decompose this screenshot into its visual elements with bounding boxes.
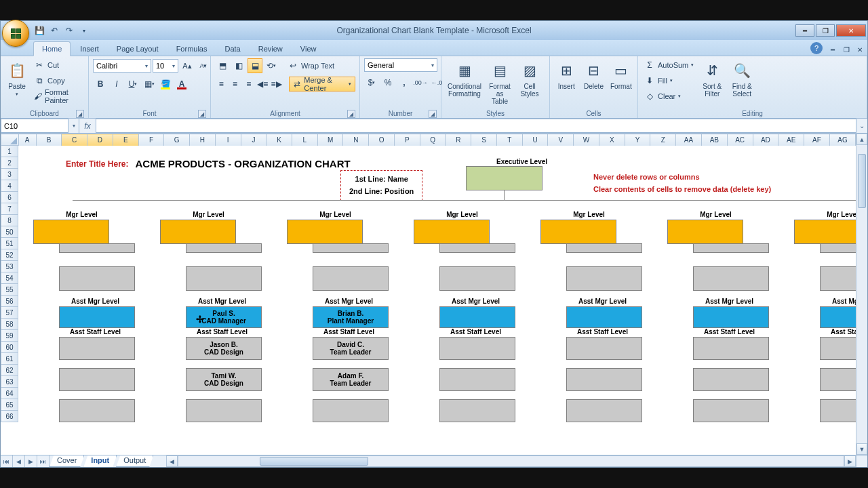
staff-box[interactable]: [693, 368, 769, 391]
column-header[interactable]: F: [138, 134, 164, 146]
column-header[interactable]: E: [113, 134, 138, 146]
last-sheet-icon[interactable]: ⏭: [37, 455, 50, 467]
font-color-button[interactable]: A: [174, 77, 189, 92]
name-box[interactable]: C10: [1, 119, 68, 133]
staff-box[interactable]: [59, 337, 135, 360]
minimize-ribbon-icon[interactable]: ━: [828, 45, 837, 54]
staff-box[interactable]: [566, 337, 642, 360]
minimize-button[interactable]: ━: [795, 24, 814, 37]
column-header[interactable]: AB: [701, 134, 727, 146]
autosum-button[interactable]: ΣAutoSum▾: [642, 58, 696, 72]
comma-format-icon[interactable]: ,: [397, 75, 412, 90]
qat-save-icon[interactable]: 💾: [33, 24, 45, 37]
staff-box[interactable]: [439, 399, 515, 422]
staff-box[interactable]: [59, 368, 135, 391]
fill-button[interactable]: ⬇Fill▾: [642, 74, 696, 87]
bold-button[interactable]: B: [93, 77, 108, 92]
staff-box[interactable]: [439, 368, 515, 391]
column-header[interactable]: Z: [650, 134, 676, 146]
staff-box[interactable]: [186, 266, 262, 291]
column-header[interactable]: AC: [727, 134, 753, 146]
decrease-font-icon[interactable]: A▾: [196, 58, 211, 73]
column-header[interactable]: D: [87, 134, 113, 146]
name-box-dropdown-icon[interactable]: ▾: [68, 119, 79, 133]
column-header[interactable]: O: [369, 134, 395, 146]
staff-box[interactable]: [566, 368, 642, 391]
row-header[interactable]: 7: [1, 203, 18, 215]
align-left-icon[interactable]: ≡: [215, 77, 227, 92]
manager-box[interactable]: [540, 220, 616, 244]
staff-box[interactable]: Tami W.CAD Design: [186, 368, 262, 391]
staff-box[interactable]: [59, 399, 135, 422]
scroll-down-icon[interactable]: ▼: [856, 443, 867, 455]
qat-undo-icon[interactable]: ↶: [48, 24, 60, 37]
manager-box[interactable]: [667, 220, 743, 244]
row-header[interactable]: 55: [1, 283, 18, 296]
asst-manager-box[interactable]: [59, 306, 135, 328]
column-header[interactable]: S: [471, 134, 497, 146]
help-icon[interactable]: ?: [810, 42, 823, 54]
maximize-button[interactable]: ❐: [816, 24, 835, 37]
font-size-combo[interactable]: 10▾: [153, 59, 178, 73]
restore-window-icon[interactable]: ❐: [842, 45, 851, 54]
staff-box[interactable]: [820, 399, 856, 422]
staff-box[interactable]: [566, 243, 642, 253]
formula-input[interactable]: [96, 119, 856, 133]
column-header[interactable]: J: [241, 134, 267, 146]
row-header[interactable]: 4: [1, 180, 18, 192]
row-header[interactable]: 50: [1, 226, 18, 238]
manager-box[interactable]: [794, 220, 856, 244]
row-header[interactable]: 57: [1, 306, 18, 319]
increase-indent-icon[interactable]: ≡▶: [270, 77, 282, 92]
expand-formula-bar-icon[interactable]: ⌄: [856, 119, 867, 133]
column-header[interactable]: L: [292, 134, 317, 146]
column-header[interactable]: G: [164, 134, 190, 146]
asst-manager-box[interactable]: [439, 306, 515, 328]
row-header[interactable]: 54: [1, 272, 18, 284]
align-center-icon[interactable]: ≡: [229, 77, 241, 92]
accounting-format-icon[interactable]: $▾: [364, 75, 379, 90]
staff-box[interactable]: [186, 399, 262, 422]
column-header[interactable]: Q: [420, 134, 446, 146]
tab-page-layout[interactable]: Page Layout: [108, 42, 167, 56]
clear-button[interactable]: ◇Clear▾: [642, 89, 696, 103]
tab-formulas[interactable]: Formulas: [168, 42, 216, 56]
delete-cells-button[interactable]: ⊟Delete: [581, 58, 606, 92]
close-button[interactable]: ✕: [836, 24, 866, 37]
scroll-thumb[interactable]: [858, 154, 866, 208]
align-right-icon[interactable]: ≡: [243, 77, 255, 92]
sheet-tab-cover[interactable]: Cover: [50, 455, 84, 467]
next-sheet-icon[interactable]: ▶: [25, 455, 37, 467]
first-sheet-icon[interactable]: ⏮: [1, 455, 13, 467]
worksheet-grid[interactable]: ABCDEFGHIJKLMNOPQRSTUVWXYZAAABACADAEAFAG…: [1, 134, 856, 455]
alignment-dialog-icon[interactable]: ◢: [347, 110, 355, 118]
row-header[interactable]: 51: [1, 237, 18, 249]
row-header[interactable]: 66: [1, 410, 18, 422]
column-header[interactable]: K: [267, 134, 292, 146]
manager-box[interactable]: [287, 220, 363, 244]
horizontal-scrollbar[interactable]: [178, 455, 844, 467]
qat-customize-icon[interactable]: ▾: [78, 24, 90, 37]
column-header[interactable]: W: [574, 134, 599, 146]
percent-format-icon[interactable]: %: [380, 75, 395, 90]
asst-manager-box[interactable]: Brian B.Plant Manager: [313, 306, 389, 328]
executive-box[interactable]: [466, 166, 542, 190]
column-header[interactable]: Y: [625, 134, 650, 146]
paste-button[interactable]: 📋Paste▾: [5, 58, 29, 98]
row-header[interactable]: 1: [1, 145, 18, 157]
decrease-indent-icon[interactable]: ◀≡: [256, 77, 269, 92]
column-header[interactable]: P: [394, 134, 420, 146]
clipboard-dialog-icon[interactable]: ◢: [76, 110, 84, 118]
staff-box[interactable]: David C.Team Leader: [313, 337, 389, 360]
tab-data[interactable]: Data: [216, 42, 248, 56]
column-header[interactable]: T: [496, 134, 522, 146]
sheet-tab-input[interactable]: Input: [83, 455, 117, 467]
cut-button[interactable]: ✂Cut: [32, 58, 84, 72]
sheet-tab-output[interactable]: Output: [116, 455, 153, 467]
prev-sheet-icon[interactable]: ◀: [13, 455, 25, 467]
staff-box[interactable]: [820, 337, 856, 360]
font-dialog-icon[interactable]: ◢: [198, 110, 206, 118]
row-header[interactable]: 62: [1, 364, 18, 376]
number-format-combo[interactable]: General▾: [364, 58, 437, 72]
column-header[interactable]: H: [190, 134, 216, 146]
